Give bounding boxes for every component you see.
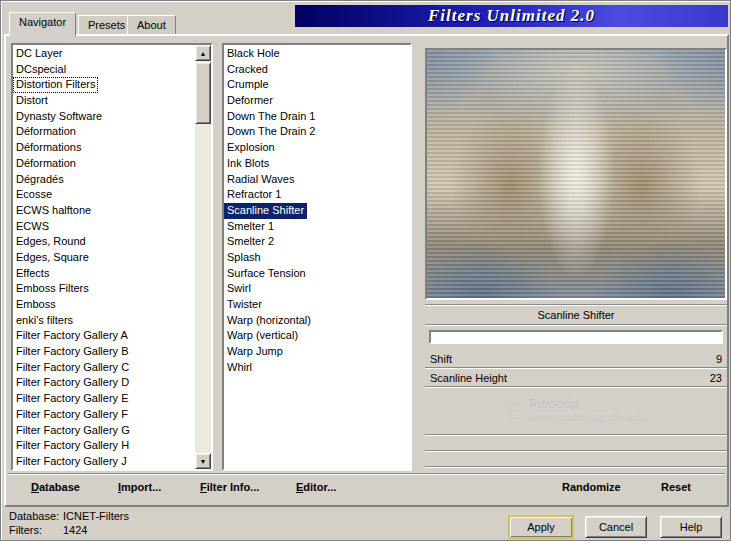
watermark: © Pinuccia www.maldiregrafica.eu (425, 388, 727, 434)
separator (425, 466, 727, 468)
database-button[interactable]: Database (31, 478, 80, 496)
watermark-url: www.maldiregrafica.eu (529, 411, 648, 424)
list-item[interactable]: Filter Factory Gallery C (13, 360, 132, 376)
param-row-scanline-height: Scanline Height 23 (425, 369, 727, 386)
category-scrollbar[interactable]: ▲ ▼ (195, 45, 211, 469)
filter-list[interactable]: Black HoleCrackedCrumpleDeformerDown The… (224, 45, 410, 469)
list-item[interactable]: Emboss (13, 297, 59, 313)
tab-about[interactable]: About (127, 15, 176, 34)
list-item[interactable]: Déformations (13, 140, 84, 156)
list-item[interactable]: Cracked (224, 62, 271, 78)
help-button[interactable]: Help (660, 516, 722, 538)
list-item[interactable]: ECWS (13, 219, 52, 235)
scroll-up-icon: ▲ (200, 50, 207, 57)
list-item[interactable]: enki's filters (13, 313, 76, 329)
toolbar-separator (8, 473, 725, 475)
list-item[interactable]: Ecosse (13, 187, 55, 203)
list-item[interactable]: Dégradés (13, 172, 67, 188)
list-item[interactable]: Filter Factory Gallery A (13, 328, 131, 344)
cancel-button[interactable]: Cancel (585, 516, 647, 538)
separator (425, 324, 727, 326)
list-item[interactable]: Emboss Filters (13, 281, 92, 297)
scroll-down-button[interactable]: ▼ (195, 453, 211, 469)
list-item[interactable]: Dynasty Software (13, 109, 105, 125)
param-label: Scanline Height (430, 372, 507, 384)
list-item[interactable]: Effects (13, 266, 52, 282)
scrollbar-track[interactable] (195, 61, 211, 453)
navigator-page: DC LayerDCspecialDistortion FiltersDisto… (4, 34, 729, 507)
param-row-shift: Shift 9 (425, 350, 727, 367)
category-listbox: DC LayerDCspecialDistortion FiltersDisto… (11, 43, 213, 471)
list-item[interactable]: Warp (vertical) (224, 328, 301, 344)
watermark-name: Pinuccia (529, 398, 648, 411)
list-item[interactable]: Crumple (224, 77, 272, 93)
scroll-up-button[interactable]: ▲ (195, 45, 211, 61)
list-item[interactable]: DCspecial (13, 62, 69, 78)
list-item[interactable]: Filter Factory Gallery D (13, 375, 132, 391)
filter-controls: Scanline Shifter Shift 9 Scanline Height… (425, 304, 727, 468)
list-item[interactable]: Down The Drain 1 (224, 109, 318, 125)
list-item[interactable]: Distortion Filters (13, 77, 98, 93)
list-item[interactable]: Distort (13, 93, 51, 109)
list-item[interactable]: Whirl (224, 360, 255, 376)
tab-navigator[interactable]: Navigator (9, 12, 76, 36)
empty-param-row (425, 452, 727, 466)
list-item[interactable]: Warp Jump (224, 344, 286, 360)
list-item[interactable]: Filter Factory Gallery H (13, 438, 132, 454)
preview-frame (425, 48, 727, 300)
list-item[interactable]: Deformer (224, 93, 276, 109)
list-item[interactable]: Ink Blots (224, 156, 272, 172)
list-item[interactable]: Filter Factory Gallery J (13, 454, 130, 469)
import-button[interactable]: Import... (118, 478, 161, 496)
title-banner: Filters Unlimited 2.0 (295, 5, 728, 27)
list-item[interactable]: Refractor 1 (224, 187, 284, 203)
list-item[interactable]: Filter Factory Gallery B (13, 344, 131, 360)
list-item[interactable]: Black Hole (224, 46, 283, 62)
list-item[interactable]: Filter Factory Gallery E (13, 391, 131, 407)
filters-status-label: Filters: (9, 524, 42, 536)
database-status-label: Database: (9, 510, 59, 522)
editor-button[interactable]: Editor... (296, 478, 336, 496)
param-label: Shift (430, 353, 452, 365)
list-item[interactable]: Edges, Round (13, 234, 89, 250)
database-status-value: ICNET-Filters (63, 510, 129, 522)
reset-button[interactable]: Reset (661, 478, 691, 496)
list-item[interactable]: Smelter 2 (224, 234, 277, 250)
category-list[interactable]: DC LayerDCspecialDistortion FiltersDisto… (13, 45, 195, 469)
list-item[interactable]: Déformation (13, 124, 79, 140)
scrollbar-thumb[interactable] (195, 62, 211, 124)
list-item[interactable]: Down The Drain 2 (224, 124, 318, 140)
filters-status-value: 1424 (63, 524, 87, 536)
list-item[interactable]: DC Layer (13, 46, 65, 62)
list-item[interactable]: Smelter 1 (224, 219, 277, 235)
randomize-button[interactable]: Randomize (562, 478, 621, 496)
list-item[interactable]: Splash (224, 250, 264, 266)
filter-name-label: Scanline Shifter (425, 306, 727, 324)
list-item[interactable]: Edges, Square (13, 250, 92, 266)
list-item[interactable]: Filter Factory Gallery F (13, 407, 131, 423)
param-value: 9 (716, 353, 722, 365)
list-item[interactable]: Twister (224, 297, 265, 313)
param-value: 23 (710, 372, 722, 384)
progress-bar (429, 330, 723, 344)
preview-image (427, 50, 725, 298)
list-item[interactable]: Radial Waves (224, 172, 297, 188)
list-item[interactable]: Swirl (224, 281, 254, 297)
banner-title: Filters Unlimited 2.0 (428, 6, 595, 26)
list-item[interactable]: Warp (horizontal) (224, 313, 314, 329)
list-item[interactable]: ECWS halftone (13, 203, 94, 219)
list-item[interactable]: Explosion (224, 140, 278, 156)
apply-button[interactable]: Apply (508, 515, 574, 539)
list-item[interactable]: Déformation (13, 156, 79, 172)
filter-info-button[interactable]: Filter Info... (200, 478, 259, 496)
filters-unlimited-dialog: Filters Unlimited 2.0 Navigator Presets … (0, 0, 731, 541)
empty-param-row (425, 436, 727, 450)
list-item[interactable]: Surface Tension (224, 266, 309, 282)
scroll-down-icon: ▼ (200, 458, 207, 465)
list-item[interactable]: Scanline Shifter (224, 203, 307, 219)
copyright-icon: © (503, 396, 523, 426)
list-item[interactable]: Filter Factory Gallery G (13, 423, 133, 439)
filter-listbox: Black HoleCrackedCrumpleDeformerDown The… (222, 43, 412, 471)
